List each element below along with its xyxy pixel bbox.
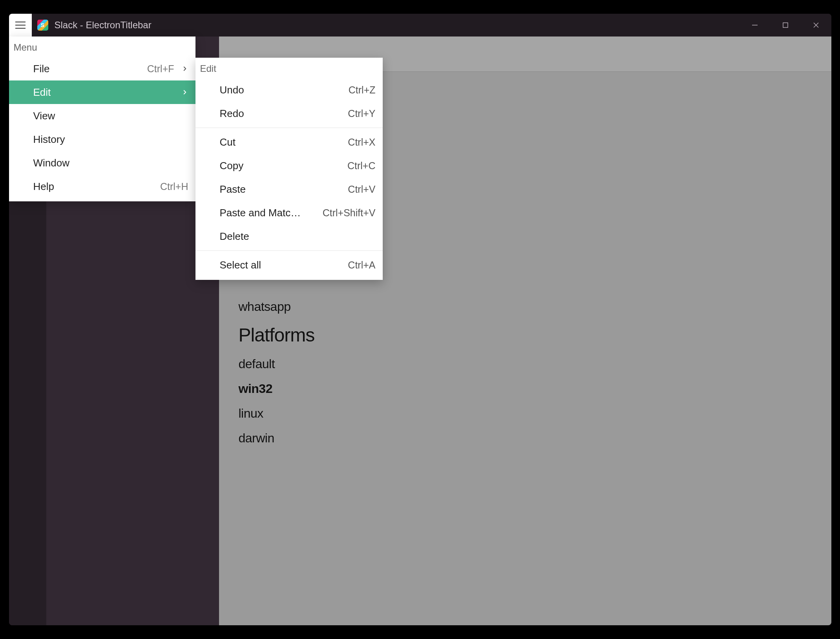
close-button[interactable]: [801, 14, 831, 37]
submenu-item-shortcut: Ctrl+Z: [349, 84, 376, 96]
menu-item-shortcut: Ctrl+F: [147, 63, 174, 75]
content-item[interactable]: whatsapp: [239, 299, 812, 314]
submenu-popup: Edit Undo Ctrl+Z Redo Ctrl+Y Cut Ctrl+X …: [195, 58, 383, 280]
menu-item-label: Edit: [33, 86, 51, 99]
hamburger-line: [15, 28, 26, 29]
menu-item-shortcut: Ctrl+H: [160, 181, 188, 192]
close-icon: [813, 22, 820, 29]
submenu-item-label: Paste and Match …: [220, 207, 302, 219]
menu-item-help[interactable]: Help Ctrl+H: [9, 175, 195, 198]
submenu-item-shortcut: Ctrl+Y: [348, 108, 375, 119]
minimize-icon: [751, 22, 758, 29]
menu-header: Menu: [9, 37, 195, 57]
menu-item-label: History: [33, 133, 65, 146]
menu-item-label: Window: [33, 157, 69, 169]
maximize-button[interactable]: [770, 14, 801, 37]
menu-item-window[interactable]: Window: [9, 151, 195, 175]
hamburger-menu-button[interactable]: [9, 14, 32, 37]
submenu-item-label: Copy: [220, 160, 244, 172]
submenu-item-label: Select all: [220, 259, 261, 271]
menu-separator: [195, 250, 383, 251]
menu-item-label: Help: [33, 181, 54, 193]
chevron-right-icon: [181, 86, 188, 99]
menu-popup: Menu File Ctrl+F Edit View History Windo…: [9, 37, 195, 201]
hamburger-line: [15, 22, 26, 22]
submenu-item-paste-match[interactable]: Paste and Match … Ctrl+Shift+V: [195, 201, 383, 225]
app-icon-letter: S: [41, 22, 44, 28]
titlebar: S Slack - ElectronTitlebar: [9, 14, 831, 37]
app-window: S Slack - ElectronTitlebar whatsapp Plat…: [9, 14, 831, 625]
platform-item[interactable]: linux: [239, 406, 812, 421]
submenu-item-label: Undo: [220, 84, 244, 96]
menu-item-history[interactable]: History: [9, 128, 195, 151]
content-heading: Platforms: [239, 324, 812, 346]
submenu-header: Edit: [195, 58, 383, 78]
platform-item[interactable]: default: [239, 357, 812, 371]
app-icon: S: [37, 20, 48, 31]
submenu-item-shortcut: Ctrl+Shift+V: [323, 207, 376, 219]
menu-item-label: View: [33, 110, 55, 122]
svg-rect-1: [783, 23, 788, 27]
submenu-item-paste[interactable]: Paste Ctrl+V: [195, 177, 383, 201]
submenu-item-label: Paste: [220, 183, 246, 195]
submenu-item-select-all[interactable]: Select all Ctrl+A: [195, 253, 383, 277]
submenu-item-delete[interactable]: Delete: [195, 225, 383, 248]
menu-item-view[interactable]: View: [9, 104, 195, 128]
submenu-item-label: Cut: [220, 136, 236, 148]
menu-item-edit[interactable]: Edit: [9, 80, 195, 104]
chevron-right-icon: [181, 63, 188, 75]
menu-item-file[interactable]: File Ctrl+F: [9, 57, 195, 80]
window-title: Slack - ElectronTitlebar: [55, 20, 152, 31]
submenu-item-copy[interactable]: Copy Ctrl+C: [195, 154, 383, 177]
submenu-item-shortcut: Ctrl+C: [347, 160, 376, 172]
submenu-item-undo[interactable]: Undo Ctrl+Z: [195, 78, 383, 102]
minimize-button[interactable]: [740, 14, 770, 37]
submenu-item-redo[interactable]: Redo Ctrl+Y: [195, 102, 383, 125]
submenu-item-shortcut: Ctrl+X: [348, 137, 375, 148]
submenu-item-cut[interactable]: Cut Ctrl+X: [195, 130, 383, 154]
menu-separator: [195, 128, 383, 128]
menu-item-label: File: [33, 63, 50, 75]
maximize-icon: [782, 22, 789, 29]
platform-item[interactable]: win32: [239, 382, 812, 396]
hamburger-line: [15, 25, 26, 26]
submenu-item-label: Redo: [220, 108, 244, 120]
platform-item[interactable]: darwin: [239, 431, 812, 445]
window-controls: [740, 14, 831, 37]
submenu-item-label: Delete: [220, 230, 249, 243]
submenu-item-shortcut: Ctrl+V: [348, 184, 375, 195]
submenu-item-shortcut: Ctrl+A: [348, 259, 375, 271]
